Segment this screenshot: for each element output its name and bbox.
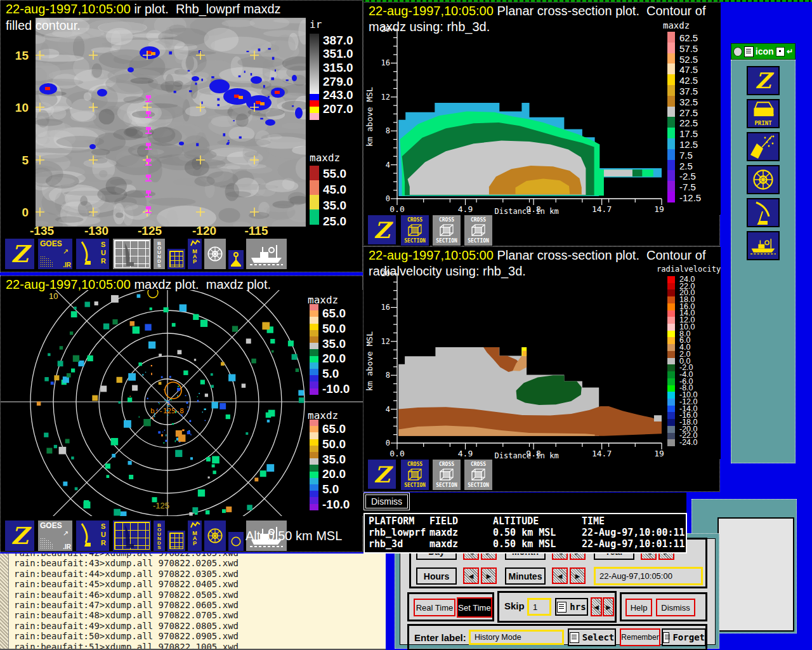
ppi-colorbar-segment [310, 439, 318, 446]
spray-paint-icon[interactable] [747, 132, 780, 161]
surveillance-icon[interactable]: S U R [75, 520, 110, 552]
radar-antenna-icon[interactable] [747, 198, 780, 227]
minutes-button[interactable]: Minutes [505, 567, 546, 585]
grid-icon[interactable] [167, 530, 186, 552]
cross-section-icon[interactable]: CROSS SECTION [464, 215, 493, 246]
ir-colorbar-value: 207.0 [323, 102, 353, 116]
ppi-colorbar-value: 50.0 [322, 437, 346, 451]
radar-echo [180, 304, 187, 311]
cross-section-icon[interactable]: CROSS SECTION [432, 459, 461, 491]
ir-colorbar-value: 387.0 [323, 34, 353, 48]
radar-echo [213, 470, 216, 474]
buoy-icon[interactable] [228, 249, 244, 270]
icon-window-titlebar[interactable]: icon ↵ [731, 43, 796, 60]
enter-label-text: Enter label: [414, 632, 466, 643]
radar-echo [130, 321, 134, 326]
window-menu-circle-icon[interactable] [733, 47, 742, 56]
label-value-field[interactable]: History Mode [469, 630, 564, 645]
xsec-colorbar-value: 57.5 [679, 43, 698, 54]
cross-section-icon[interactable]: CROSS SECTION [400, 215, 429, 246]
xsec-colorbar-value: 27.5 [679, 107, 698, 118]
minutes-forward-button[interactable]: ▶ [570, 567, 586, 584]
ppi-colorbar-segment [310, 381, 318, 388]
xsec-colorbar-value: 62.5 [679, 32, 698, 43]
y-tick-label: 4 [386, 161, 390, 169]
skip-units-button[interactable]: hrs [555, 598, 588, 616]
terminal-scrollbar[interactable] [0, 554, 9, 649]
xsec-colorbar-value: -12.5 [679, 192, 701, 203]
window-dot-icon[interactable] [776, 47, 785, 56]
surveillance-icon[interactable]: S U R [75, 238, 110, 270]
map-icon[interactable]: MAP [187, 520, 202, 552]
grid-icon[interactable] [167, 248, 186, 270]
notes-panel-page[interactable] [717, 517, 794, 632]
radar-echo [71, 369, 75, 373]
map-icon[interactable]: MAP [187, 238, 202, 270]
window-iconify-icon[interactable]: ↵ [787, 47, 793, 56]
real-time-button[interactable]: Real Time [414, 599, 455, 616]
ship-icon[interactable] [747, 231, 780, 260]
radar-echo [58, 361, 63, 366]
hours-forward-button[interactable]: ▶ [481, 567, 497, 584]
remember-button[interactable]: Remember [620, 628, 660, 646]
time-dismiss-button[interactable]: Dismiss [656, 599, 695, 616]
xs1-window-title: 22-aug-1997,10:05:00 Planar cross-sectio… [369, 4, 705, 18]
window-list-icon[interactable] [744, 46, 753, 57]
hours-button[interactable]: Hours [416, 567, 457, 585]
y-tick-label: 16 [381, 58, 390, 67]
ship-icon[interactable] [246, 238, 287, 270]
overlays-icon[interactable] [747, 165, 780, 194]
y-tick-label: 0 [386, 439, 390, 448]
cross-section-icon[interactable]: CROSS SECTION [432, 215, 461, 246]
hours-back-button[interactable]: ◀ [463, 567, 479, 584]
radar-echo [175, 450, 182, 457]
radar-echo [187, 431, 190, 434]
select-button[interactable]: Select [568, 628, 616, 646]
goes-ir-icon[interactable]: GOES .IR ↗ [37, 238, 73, 270]
cross-section-icon[interactable]: CROSS SECTION [464, 459, 493, 491]
zebra-icon[interactable]: Z [4, 238, 35, 270]
radar-echo [222, 509, 226, 513]
xsec-colorbar-segment [667, 412, 675, 419]
svg-text:R: R [101, 539, 106, 547]
radar-grid-icon[interactable] [112, 238, 152, 270]
skip-value-field[interactable]: 1 [527, 598, 551, 616]
help-button[interactable]: Help [625, 599, 652, 616]
terminal-window[interactable]: rain:beaufait:42>xdump.all 970822.0105.x… [0, 554, 386, 650]
skip-forward-button[interactable]: ▶ [603, 597, 614, 616]
overlay-wheel-icon[interactable] [204, 520, 226, 552]
xsec-colorbar-value: 2.5 [679, 161, 693, 171]
bounds-icon[interactable]: BOUNDS [153, 520, 166, 552]
zebra-icon[interactable]: Z [367, 459, 396, 489]
overlay-dismiss-button[interactable]: Dismiss [365, 494, 408, 508]
radar-echo [84, 500, 89, 505]
ir-satellite-canvas[interactable] [36, 18, 306, 227]
time-value-field[interactable]: 22-Aug-97,10:05:00 [594, 567, 703, 585]
ppi-colorbar-segment [310, 356, 318, 363]
x-tick-label: 14.7 [592, 204, 612, 214]
radar-echo [267, 420, 270, 422]
xsec-colorbar-value: 37.5 [679, 86, 698, 96]
print-icon[interactable]: PRINT [747, 99, 780, 128]
zebra-icon[interactable]: Z [4, 520, 35, 552]
overlay-wheel-icon[interactable] [204, 238, 226, 270]
forget-button[interactable]: Forget [662, 628, 706, 646]
minutes-back-button[interactable]: ◀ [552, 567, 568, 584]
bounds-icon[interactable]: BOUNDS [153, 238, 166, 270]
zebra-icon[interactable]: Z [747, 66, 780, 95]
cross-section-icon[interactable]: CROSS SECTION [400, 459, 429, 491]
circle-icon[interactable] [228, 531, 244, 552]
maxdz-colorbar-title: maxdz [310, 152, 340, 164]
y-tick-label: 12 [381, 93, 390, 102]
radar-grid-icon[interactable] [112, 520, 152, 552]
skip-frame: Skip 1 hrs ◀ ▶ [497, 591, 617, 623]
set-time-button[interactable]: Set Time [457, 597, 492, 618]
zebra-icon[interactable]: Z [367, 215, 396, 245]
goes-ir-icon[interactable]: GOES .IR ↗ [37, 520, 73, 552]
skip-back-button[interactable]: ◀ [591, 597, 602, 616]
cold-cloud-blob [97, 89, 107, 96]
radar-echo [128, 461, 132, 465]
ppi-colorbar-segment [310, 484, 318, 491]
xsec-colorbar-segment [667, 85, 675, 96]
xsec-colorbar-segment [667, 358, 675, 365]
